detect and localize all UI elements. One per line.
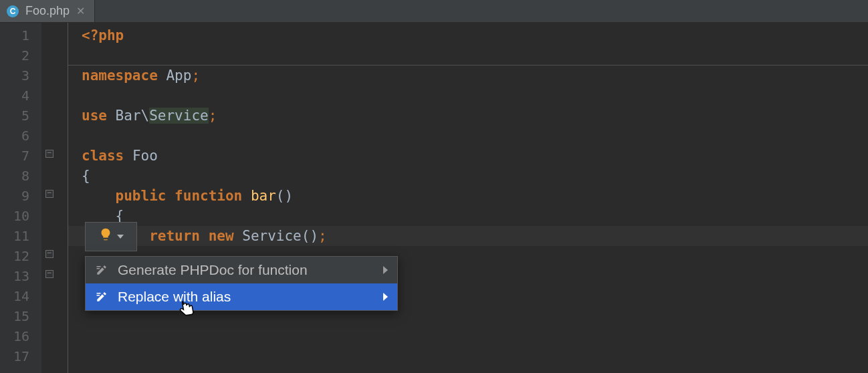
svg-rect-2 — [97, 293, 101, 294]
code-token: namespace — [82, 68, 158, 84]
code-token: () — [302, 228, 318, 244]
code-token: \ — [141, 108, 150, 124]
code-token: () — [276, 188, 293, 204]
code-token: Service — [242, 228, 302, 244]
edit-icon — [95, 264, 108, 276]
intention-item[interactable]: Replace with alias — [86, 283, 397, 310]
line-number: 16 — [0, 326, 29, 346]
line-number: 11 — [0, 226, 29, 246]
fold-column — [41, 23, 68, 373]
file-tab[interactable]: C Foo.php ✕ — [0, 0, 95, 22]
tab-bar: C Foo.php ✕ — [0, 0, 868, 23]
line-number: 14 — [0, 286, 29, 306]
line-number: 5 — [0, 106, 29, 126]
line-number: 12 — [0, 246, 29, 266]
svg-rect-3 — [97, 295, 100, 296]
code-token: { — [82, 168, 90, 184]
line-number: 6 — [0, 126, 29, 146]
code-token: use — [82, 108, 107, 124]
code-token: Service — [149, 108, 209, 124]
chevron-right-icon — [383, 293, 388, 301]
line-number-gutter: 1234567891011121314151617 — [0, 23, 41, 373]
edit-icon — [95, 291, 108, 303]
intention-item[interactable]: Generate PHPDoc for function — [86, 257, 397, 283]
line-number: 9 — [0, 186, 29, 206]
line-number: 7 — [0, 146, 29, 166]
chevron-down-icon — [117, 235, 124, 239]
intention-item-label: Generate PHPDoc for function — [118, 262, 374, 278]
code-token: class — [82, 148, 124, 164]
intention-bulb[interactable] — [85, 222, 137, 251]
line-number: 17 — [0, 346, 29, 366]
code-token: bar — [251, 188, 276, 204]
editor-area: 1234567891011121314151617 <?php namespac… — [0, 23, 868, 373]
code-token: ; — [209, 108, 217, 124]
line-number: 4 — [0, 86, 29, 106]
code-token: public — [116, 188, 167, 204]
fold-marker-icon[interactable] — [45, 190, 53, 198]
code-token: new — [209, 228, 234, 244]
chevron-right-icon — [383, 266, 388, 274]
bulb-icon — [98, 227, 113, 246]
fold-marker-icon[interactable] — [45, 250, 53, 258]
line-number: 3 — [0, 66, 29, 86]
line-number: 15 — [0, 306, 29, 326]
code-token: ; — [191, 68, 200, 84]
line-number: 10 — [0, 206, 29, 226]
code-token: <?php — [82, 27, 124, 43]
line-number: 13 — [0, 266, 29, 286]
intention-popup: Generate PHPDoc for functionReplace with… — [85, 256, 398, 311]
code-token: Bar — [116, 108, 141, 124]
code-token: function — [175, 188, 242, 204]
svg-rect-0 — [97, 266, 101, 267]
close-icon[interactable]: ✕ — [76, 5, 85, 17]
code-token: Foo — [132, 148, 158, 164]
svg-rect-1 — [97, 268, 100, 269]
code-token: ; — [318, 228, 327, 244]
line-number: 2 — [0, 45, 29, 66]
code-token: App — [166, 68, 191, 84]
fold-marker-icon[interactable] — [45, 270, 53, 278]
line-number: 1 — [0, 25, 29, 45]
intention-item-label: Replace with alias — [118, 289, 374, 305]
file-tab-label: Foo.php — [25, 4, 70, 18]
fold-marker-icon[interactable] — [45, 150, 53, 158]
code-token: return — [149, 228, 200, 244]
file-type-icon: C — [7, 5, 19, 17]
line-number: 8 — [0, 166, 29, 186]
